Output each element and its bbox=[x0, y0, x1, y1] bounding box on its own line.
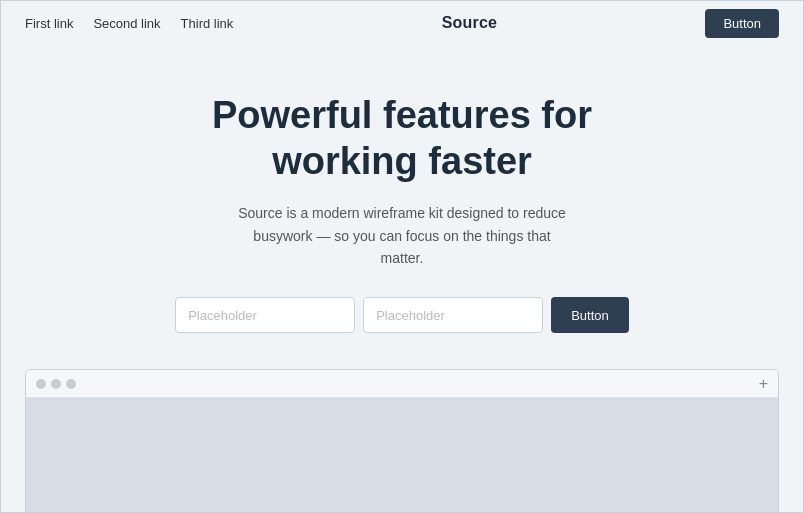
browser-mockup: + bbox=[25, 369, 779, 513]
browser-dot-yellow bbox=[51, 379, 61, 389]
page-wrapper: First link Second link Third link Source… bbox=[0, 0, 804, 513]
browser-content bbox=[26, 398, 778, 513]
hero-input-2[interactable] bbox=[363, 297, 543, 333]
nav-links: First link Second link Third link bbox=[25, 16, 233, 31]
brand-logo: Source bbox=[442, 14, 497, 32]
nav-link-third[interactable]: Third link bbox=[181, 16, 234, 31]
browser-toolbar: + bbox=[26, 370, 778, 398]
hero-title-line1: Powerful features for bbox=[212, 94, 592, 136]
nav-link-first[interactable]: First link bbox=[25, 16, 73, 31]
hero-section: Powerful features for working faster Sou… bbox=[1, 45, 803, 369]
nav-button[interactable]: Button bbox=[705, 9, 779, 38]
hero-input-1[interactable] bbox=[175, 297, 355, 333]
hero-title: Powerful features for working faster bbox=[212, 93, 592, 184]
hero-title-line2: working faster bbox=[272, 140, 532, 182]
hero-subtitle: Source is a modern wireframe kit designe… bbox=[232, 202, 572, 269]
nav-link-second[interactable]: Second link bbox=[93, 16, 160, 31]
hero-form-button[interactable]: Button bbox=[551, 297, 629, 333]
browser-dot-red bbox=[36, 379, 46, 389]
hero-form: Button bbox=[175, 297, 629, 333]
navbar: First link Second link Third link Source… bbox=[1, 1, 803, 45]
browser-dot-green bbox=[66, 379, 76, 389]
browser-plus-icon[interactable]: + bbox=[759, 376, 768, 392]
browser-dots bbox=[36, 379, 76, 389]
